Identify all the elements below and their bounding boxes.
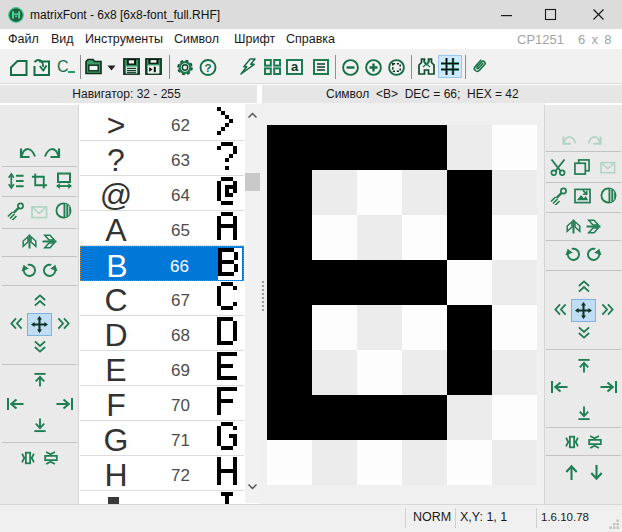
svg-text:?: ? [204, 62, 211, 74]
svg-text:a: a [291, 59, 299, 74]
